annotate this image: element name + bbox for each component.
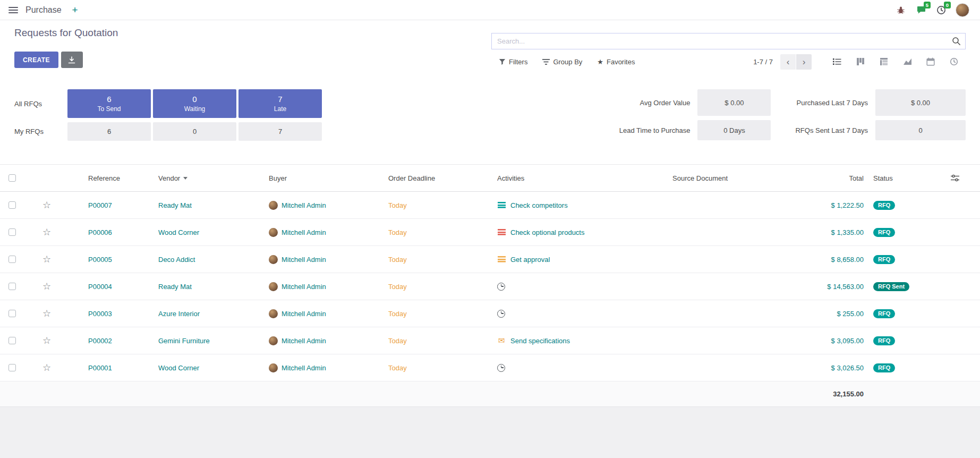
view-list-button[interactable] — [825, 54, 849, 70]
cell-total: $ 3,095.00 — [795, 337, 864, 345]
export-button[interactable] — [61, 52, 83, 68]
cell-vendor[interactable]: Gemini Furniture — [158, 337, 269, 345]
optional-columns-icon[interactable] — [951, 174, 959, 182]
star-icon[interactable]: ☆ — [42, 309, 51, 318]
cell-reference[interactable]: P00004 — [62, 283, 158, 291]
cell-activity[interactable] — [497, 364, 672, 372]
cell-status: RFQ — [864, 255, 938, 264]
row-checkbox[interactable] — [8, 201, 16, 209]
stat-waiting[interactable]: 0 Waiting — [153, 89, 236, 118]
cell-vendor[interactable]: Ready Mat — [158, 283, 269, 291]
table-row[interactable]: ☆ P00002 Gemini Furniture Mitchell Admin… — [0, 327, 980, 354]
header-status[interactable]: Status — [864, 174, 938, 182]
cell-reference[interactable]: P00001 — [62, 364, 158, 372]
activity-type-icon[interactable] — [497, 255, 506, 264]
search-icon[interactable] — [952, 37, 961, 46]
activity-type-icon[interactable] — [497, 310, 505, 318]
app-title[interactable]: Purchase — [25, 5, 62, 15]
view-activity-button[interactable] — [942, 54, 966, 70]
header-order-deadline[interactable]: Order Deadline — [388, 174, 497, 182]
cell-buyer[interactable]: Mitchell Admin — [269, 282, 388, 291]
cell-vendor[interactable]: Wood Corner — [158, 228, 269, 236]
table-row[interactable]: ☆ P00004 Ready Mat Mitchell Admin Today … — [0, 273, 980, 300]
cell-reference[interactable]: P00003 — [62, 310, 158, 318]
activity-type-icon[interactable] — [497, 201, 506, 209]
my-rfqs-label[interactable]: My RFQs — [14, 128, 65, 135]
cell-activity[interactable]: Get approval — [497, 255, 672, 264]
pager-previous-button[interactable]: ‹ — [780, 54, 796, 70]
favorites-button[interactable]: ★ Favorites — [597, 58, 635, 66]
page-title: Requests for Quotation — [14, 27, 491, 39]
row-checkbox[interactable] — [8, 256, 16, 263]
activity-type-icon[interactable] — [497, 364, 505, 372]
stat-my-late[interactable]: 7 — [238, 122, 322, 141]
view-calendar-button[interactable] — [919, 54, 942, 70]
cell-vendor[interactable]: Deco Addict — [158, 256, 269, 264]
cell-buyer[interactable]: Mitchell Admin — [269, 255, 388, 264]
cell-activity[interactable]: Check competitors — [497, 201, 672, 209]
all-rfqs-label[interactable]: All RFQs — [14, 100, 65, 108]
activity-type-icon[interactable] — [497, 336, 506, 345]
table-row[interactable]: ☆ P00007 Ready Mat Mitchell Admin Today … — [0, 192, 980, 219]
row-checkbox[interactable] — [8, 228, 16, 236]
cell-reference[interactable]: P00005 — [62, 256, 158, 264]
cell-activity[interactable]: Send specifications — [497, 336, 672, 345]
star-icon[interactable]: ☆ — [42, 336, 51, 345]
cell-activity[interactable]: Check optional products — [497, 228, 672, 236]
messages-icon[interactable]: 5 — [915, 4, 927, 16]
stat-to-send[interactable]: 6 To Send — [67, 89, 151, 118]
create-button[interactable]: CREATE — [14, 52, 58, 68]
header-total[interactable]: Total — [795, 174, 864, 182]
cell-buyer[interactable]: Mitchell Admin — [269, 201, 388, 210]
activity-type-icon[interactable] — [497, 228, 506, 236]
cell-buyer[interactable]: Mitchell Admin — [269, 336, 388, 345]
table-row[interactable]: ☆ P00006 Wood Corner Mitchell Admin Toda… — [0, 219, 980, 246]
header-buyer[interactable]: Buyer — [269, 174, 388, 182]
header-source-document[interactable]: Source Document — [672, 174, 795, 182]
table-row[interactable]: ☆ P00005 Deco Addict Mitchell Admin Toda… — [0, 246, 980, 273]
star-icon[interactable]: ☆ — [42, 200, 51, 210]
select-all-checkbox[interactable] — [8, 174, 16, 182]
view-graph-button[interactable] — [896, 54, 919, 70]
filters-button[interactable]: Filters — [499, 58, 527, 66]
header-vendor[interactable]: Vendor — [158, 174, 269, 182]
star-icon[interactable]: ☆ — [42, 282, 51, 291]
cell-buyer[interactable]: Mitchell Admin — [269, 309, 388, 318]
row-checkbox[interactable] — [8, 310, 16, 317]
add-tab-icon[interactable]: + — [72, 5, 78, 15]
table-row[interactable]: ☆ P00003 Azure Interior Mitchell Admin T… — [0, 300, 980, 327]
apps-menu-icon[interactable] — [8, 7, 18, 13]
star-icon[interactable]: ☆ — [42, 227, 51, 237]
cell-reference[interactable]: P00006 — [62, 228, 158, 236]
cell-buyer[interactable]: Mitchell Admin — [269, 228, 388, 237]
cell-activity[interactable] — [497, 310, 672, 318]
cell-vendor[interactable]: Ready Mat — [158, 201, 269, 209]
star-icon[interactable]: ☆ — [42, 255, 51, 264]
user-avatar[interactable] — [956, 3, 969, 17]
cell-reference[interactable]: P00002 — [62, 337, 158, 345]
cell-vendor[interactable]: Wood Corner — [158, 364, 269, 372]
debug-bug-icon[interactable] — [895, 4, 907, 16]
header-activities[interactable]: Activities — [497, 174, 672, 182]
cell-buyer[interactable]: Mitchell Admin — [269, 363, 388, 372]
cell-vendor[interactable]: Azure Interior — [158, 310, 269, 318]
activity-type-icon[interactable] — [497, 283, 505, 291]
star-icon[interactable]: ☆ — [42, 363, 51, 372]
row-checkbox[interactable] — [8, 337, 16, 344]
table-row[interactable]: ☆ P00001 Wood Corner Mitchell Admin Toda… — [0, 354, 980, 381]
search-input[interactable] — [491, 33, 966, 49]
top-navbar: Purchase + 5 0 — [0, 0, 980, 20]
row-checkbox[interactable] — [8, 283, 16, 290]
header-reference[interactable]: Reference — [62, 174, 158, 182]
stat-my-waiting[interactable]: 0 — [153, 122, 236, 141]
view-pivot-button[interactable] — [872, 54, 896, 70]
row-checkbox[interactable] — [8, 364, 16, 371]
activities-clock-icon[interactable]: 0 — [935, 4, 947, 16]
group-by-button[interactable]: Group By — [542, 58, 582, 66]
stat-late[interactable]: 7 Late — [238, 89, 322, 118]
cell-activity[interactable] — [497, 283, 672, 291]
pager-next-button[interactable]: › — [796, 54, 812, 70]
view-kanban-button[interactable] — [849, 54, 872, 70]
cell-reference[interactable]: P00007 — [62, 201, 158, 209]
stat-my-to-send[interactable]: 6 — [67, 122, 151, 141]
